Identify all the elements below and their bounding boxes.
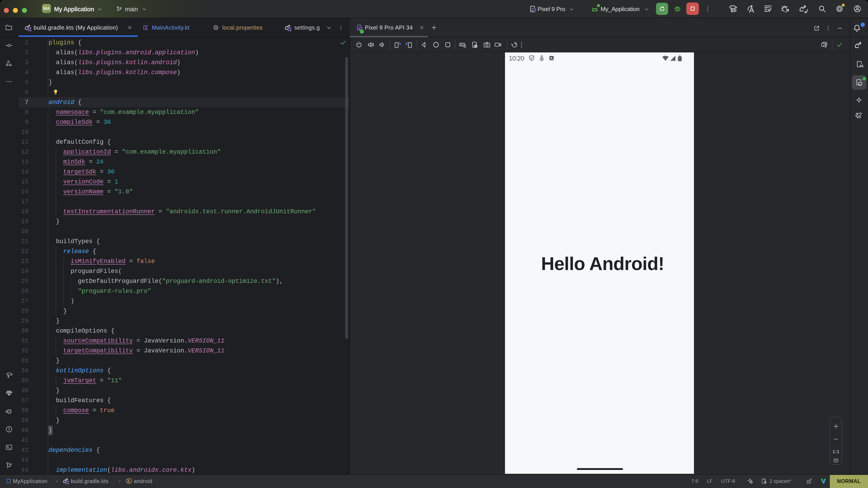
svg-text:A: A: [550, 57, 553, 60]
